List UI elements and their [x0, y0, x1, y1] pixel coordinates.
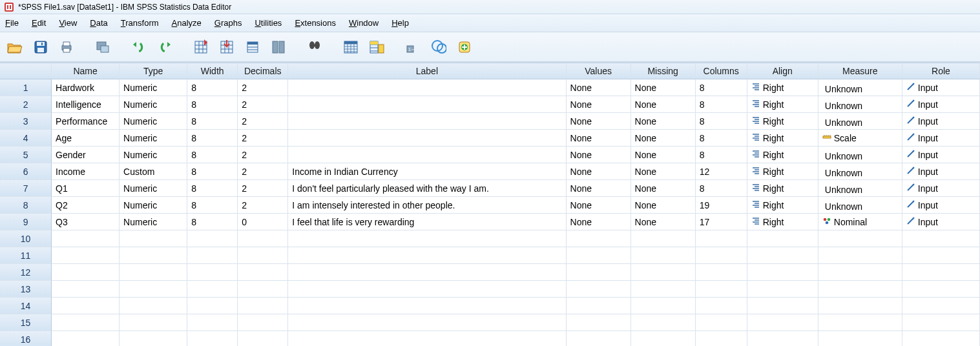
cell-align[interactable]: Right	[747, 96, 818, 113]
cell-measure[interactable]	[818, 230, 902, 247]
cell-width[interactable]: 8	[187, 113, 238, 130]
cell-align[interactable]	[747, 264, 818, 281]
cell-measure[interactable]: Unknown	[818, 147, 902, 163]
col-measure[interactable]: Measure	[818, 63, 902, 79]
cell-width[interactable]: 8	[187, 147, 238, 163]
row-header[interactable]: 7	[0, 180, 52, 197]
cell-missing[interactable]	[631, 264, 696, 281]
col-type[interactable]: Type	[120, 63, 187, 79]
cell-columns[interactable]	[696, 281, 747, 298]
cell-label[interactable]: I feel that life is very rewarding	[288, 214, 566, 230]
cell-width[interactable]: 8	[187, 180, 238, 197]
cell-values[interactable]: None	[567, 147, 631, 163]
cell-name[interactable]	[52, 281, 120, 298]
cell-decimals[interactable]: 2	[238, 147, 288, 163]
cell-columns[interactable]: 12	[696, 163, 747, 180]
cell-role[interactable]: Input	[902, 96, 980, 113]
recall-dialog-button[interactable]	[92, 36, 114, 58]
cell-type[interactable]	[120, 281, 187, 298]
cell-align[interactable]	[747, 298, 818, 314]
row-header[interactable]: 15	[0, 314, 52, 331]
cell-decimals[interactable]: 2	[238, 180, 288, 197]
cell-align[interactable]	[747, 230, 818, 247]
cell-measure[interactable]: Nominal	[818, 214, 902, 230]
cell-columns[interactable]: 17	[696, 214, 747, 230]
cell-type[interactable]: Numeric	[120, 130, 187, 147]
cell-role[interactable]: Input	[902, 130, 980, 147]
cell-label[interactable]	[288, 130, 566, 147]
cell-decimals[interactable]: 2	[238, 130, 288, 147]
cell-align[interactable]	[747, 331, 818, 346]
cell-decimals[interactable]: 2	[238, 197, 288, 214]
col-missing[interactable]: Missing	[631, 63, 696, 79]
cell-label[interactable]	[288, 113, 566, 130]
cell-label[interactable]: I am intensely interested in other peopl…	[288, 197, 566, 214]
col-decimals[interactable]: Decimals	[238, 63, 288, 79]
cell-role[interactable]: Input	[902, 79, 980, 96]
cell-align[interactable]: Right	[747, 180, 818, 197]
cell-decimals[interactable]	[238, 314, 288, 331]
cell-values[interactable]: None	[567, 130, 631, 147]
cell-type[interactable]: Numeric	[120, 79, 187, 96]
cell-label[interactable]	[288, 79, 566, 96]
cell-role[interactable]	[902, 230, 980, 247]
cell-type[interactable]: Numeric	[120, 197, 187, 214]
cell-align[interactable]: Right	[747, 79, 818, 96]
corner-cell[interactable]	[0, 63, 52, 79]
cell-label[interactable]	[288, 96, 566, 113]
cell-label[interactable]: Income in Indian Currency	[288, 163, 566, 180]
print-button[interactable]	[56, 36, 78, 58]
col-columns[interactable]: Columns	[696, 63, 747, 79]
row-header[interactable]: 9	[0, 214, 52, 230]
cell-name[interactable]	[52, 247, 120, 264]
cell-role[interactable]: Input	[902, 180, 980, 197]
cell-missing[interactable]	[631, 230, 696, 247]
cell-measure[interactable]: Unknown	[818, 96, 902, 113]
row-header[interactable]: 13	[0, 281, 52, 298]
cell-missing[interactable]	[631, 247, 696, 264]
menu-view[interactable]: View	[59, 18, 77, 28]
cell-columns[interactable]: 8	[696, 113, 747, 130]
cell-name[interactable]: Performance	[52, 113, 120, 130]
col-label[interactable]: Label	[288, 63, 566, 79]
cell-align[interactable]: Right	[747, 147, 818, 163]
cell-role[interactable]: Input	[902, 163, 980, 180]
cell-type[interactable]	[120, 230, 187, 247]
cell-missing[interactable]	[631, 298, 696, 314]
cell-measure[interactable]	[818, 247, 902, 264]
row-header[interactable]: 10	[0, 230, 52, 247]
cell-values[interactable]: None	[567, 163, 631, 180]
row-header[interactable]: 1	[0, 79, 52, 96]
cell-label[interactable]	[288, 281, 566, 298]
row-header[interactable]: 8	[0, 197, 52, 214]
cell-label[interactable]	[288, 147, 566, 163]
cell-values[interactable]: None	[567, 180, 631, 197]
cell-columns[interactable]: 8	[696, 79, 747, 96]
row-header[interactable]: 6	[0, 163, 52, 180]
menu-extensions[interactable]: Extensions	[295, 18, 336, 28]
cell-type[interactable]: Custom	[120, 163, 187, 180]
cell-measure[interactable]: Scale	[818, 130, 902, 147]
cell-values[interactable]	[567, 331, 631, 346]
cell-name[interactable]	[52, 298, 120, 314]
cell-missing[interactable]: None	[631, 79, 696, 96]
cell-align[interactable]	[747, 247, 818, 264]
cell-decimals[interactable]: 2	[238, 96, 288, 113]
redo-button[interactable]	[154, 36, 176, 58]
menu-graphs[interactable]: Graphs	[214, 18, 242, 28]
cell-type[interactable]: Numeric	[120, 113, 187, 130]
use-variable-sets-button[interactable]	[454, 36, 475, 58]
cell-missing[interactable]: None	[631, 197, 696, 214]
cell-name[interactable]: Income	[52, 163, 120, 180]
cell-width[interactable]	[187, 230, 238, 247]
cell-role[interactable]	[902, 281, 980, 298]
goto-variable-button[interactable]	[216, 36, 238, 58]
cell-type[interactable]	[120, 247, 187, 264]
cell-columns[interactable]	[696, 264, 747, 281]
col-values[interactable]: Values	[567, 63, 631, 79]
cell-name[interactable]: Q1	[52, 180, 120, 197]
cell-missing[interactable]: None	[631, 180, 696, 197]
cell-values[interactable]	[567, 298, 631, 314]
menu-window[interactable]: Window	[349, 18, 379, 28]
cell-align[interactable]: Right	[747, 197, 818, 214]
